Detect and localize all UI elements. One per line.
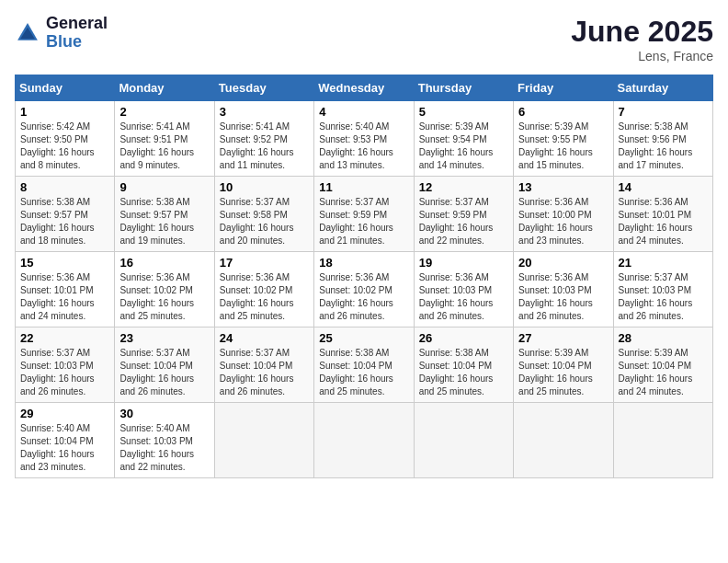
calendar-cell: 2Sunrise: 5:41 AM Sunset: 9:51 PM Daylig…: [115, 101, 214, 177]
day-info: Sunrise: 5:36 AM Sunset: 10:01 PM Daylig…: [619, 196, 708, 247]
logo-icon: [15, 20, 40, 46]
calendar-cell: 4Sunrise: 5:40 AM Sunset: 9:53 PM Daylig…: [314, 101, 414, 177]
day-number: 7: [619, 105, 708, 119]
weekday-header-monday: Monday: [115, 75, 214, 101]
weekday-header-saturday: Saturday: [613, 75, 712, 101]
day-number: 1: [20, 105, 109, 119]
month-title: June 2025: [571, 15, 713, 49]
day-number: 14: [619, 180, 708, 194]
calendar-cell: 11Sunrise: 5:37 AM Sunset: 9:59 PM Dayli…: [314, 177, 414, 252]
day-number: 8: [20, 180, 109, 194]
calendar-week-row: 1Sunrise: 5:42 AM Sunset: 9:50 PM Daylig…: [16, 101, 713, 177]
calendar-cell: 12Sunrise: 5:37 AM Sunset: 9:59 PM Dayli…: [414, 177, 513, 252]
day-info: Sunrise: 5:39 AM Sunset: 10:04 PM Daylig…: [619, 347, 708, 398]
day-info: Sunrise: 5:36 AM Sunset: 10:00 PM Daylig…: [518, 196, 608, 247]
calendar-cell: 7Sunrise: 5:38 AM Sunset: 9:56 PM Daylig…: [613, 101, 712, 177]
calendar-cell: 10Sunrise: 5:37 AM Sunset: 9:58 PM Dayli…: [214, 177, 313, 252]
day-info: Sunrise: 5:38 AM Sunset: 9:57 PM Dayligh…: [20, 196, 109, 247]
day-number: 29: [20, 407, 109, 420]
day-number: 27: [518, 331, 608, 345]
calendar-week-row: 29Sunrise: 5:40 AM Sunset: 10:04 PM Dayl…: [16, 403, 713, 478]
day-number: 2: [119, 105, 209, 119]
calendar-cell: 27Sunrise: 5:39 AM Sunset: 10:04 PM Dayl…: [514, 327, 613, 403]
day-info: Sunrise: 5:37 AM Sunset: 10:03 PM Daylig…: [619, 271, 708, 323]
calendar-cell: 15Sunrise: 5:36 AM Sunset: 10:01 PM Dayl…: [16, 252, 115, 327]
calendar-cell: [514, 403, 613, 478]
day-number: 4: [319, 105, 408, 119]
calendar-cell: 18Sunrise: 5:36 AM Sunset: 10:02 PM Dayl…: [314, 252, 414, 327]
day-info: Sunrise: 5:36 AM Sunset: 10:02 PM Daylig…: [119, 271, 209, 323]
day-number: 26: [419, 331, 508, 345]
day-number: 6: [518, 105, 608, 119]
weekday-header-friday: Friday: [514, 75, 613, 101]
day-number: 19: [419, 256, 508, 270]
calendar-cell: 14Sunrise: 5:36 AM Sunset: 10:01 PM Dayl…: [613, 177, 712, 252]
calendar-cell: 8Sunrise: 5:38 AM Sunset: 9:57 PM Daylig…: [16, 177, 115, 252]
day-number: 23: [119, 331, 209, 345]
calendar-cell: 23Sunrise: 5:37 AM Sunset: 10:04 PM Dayl…: [115, 327, 214, 403]
day-info: Sunrise: 5:37 AM Sunset: 10:04 PM Daylig…: [220, 347, 309, 398]
logo-blue: Blue: [46, 33, 108, 52]
calendar-cell: 1Sunrise: 5:42 AM Sunset: 9:50 PM Daylig…: [16, 101, 115, 177]
calendar-cell: 24Sunrise: 5:37 AM Sunset: 10:04 PM Dayl…: [214, 327, 313, 403]
calendar-week-row: 8Sunrise: 5:38 AM Sunset: 9:57 PM Daylig…: [16, 177, 713, 252]
day-info: Sunrise: 5:38 AM Sunset: 10:04 PM Daylig…: [419, 347, 508, 398]
calendar-cell: 26Sunrise: 5:38 AM Sunset: 10:04 PM Dayl…: [414, 327, 513, 403]
day-info: Sunrise: 5:37 AM Sunset: 9:59 PM Dayligh…: [419, 196, 508, 247]
day-number: 24: [220, 331, 309, 345]
title-section: June 2025 Lens, France: [571, 15, 713, 63]
day-number: 30: [119, 407, 209, 420]
day-number: 13: [518, 180, 608, 194]
calendar-cell: 19Sunrise: 5:36 AM Sunset: 10:03 PM Dayl…: [414, 252, 513, 327]
day-info: Sunrise: 5:38 AM Sunset: 9:56 PM Dayligh…: [619, 121, 708, 172]
day-info: Sunrise: 5:37 AM Sunset: 10:03 PM Daylig…: [20, 347, 109, 398]
calendar-cell: 21Sunrise: 5:37 AM Sunset: 10:03 PM Dayl…: [613, 252, 712, 327]
weekday-header-thursday: Thursday: [414, 75, 513, 101]
weekday-header-tuesday: Tuesday: [214, 75, 313, 101]
day-info: Sunrise: 5:37 AM Sunset: 9:58 PM Dayligh…: [220, 196, 309, 247]
day-number: 22: [20, 331, 109, 345]
day-info: Sunrise: 5:36 AM Sunset: 10:03 PM Daylig…: [518, 271, 608, 323]
day-number: 28: [619, 331, 708, 345]
day-number: 10: [220, 180, 309, 194]
weekday-header-wednesday: Wednesday: [314, 75, 414, 101]
day-info: Sunrise: 5:36 AM Sunset: 10:01 PM Daylig…: [20, 271, 109, 323]
logo-general: General: [46, 15, 108, 33]
day-number: 17: [220, 256, 309, 270]
day-number: 9: [119, 180, 209, 194]
day-number: 11: [319, 180, 408, 194]
day-number: 5: [419, 105, 508, 119]
day-info: Sunrise: 5:40 AM Sunset: 10:03 PM Daylig…: [119, 422, 209, 474]
calendar-cell: 22Sunrise: 5:37 AM Sunset: 10:03 PM Dayl…: [16, 327, 115, 403]
day-info: Sunrise: 5:37 AM Sunset: 9:59 PM Dayligh…: [319, 196, 408, 247]
day-info: Sunrise: 5:36 AM Sunset: 10:02 PM Daylig…: [319, 271, 408, 323]
day-number: 18: [319, 256, 408, 270]
day-number: 16: [119, 256, 209, 270]
calendar-cell: [314, 403, 414, 478]
calendar-cell: 5Sunrise: 5:39 AM Sunset: 9:54 PM Daylig…: [414, 101, 513, 177]
day-number: 25: [319, 331, 408, 345]
day-info: Sunrise: 5:39 AM Sunset: 10:04 PM Daylig…: [518, 347, 608, 398]
calendar-cell: [214, 403, 313, 478]
calendar-table: SundayMondayTuesdayWednesdayThursdayFrid…: [15, 75, 713, 478]
day-info: Sunrise: 5:38 AM Sunset: 9:57 PM Dayligh…: [119, 196, 209, 247]
calendar-cell: 25Sunrise: 5:38 AM Sunset: 10:04 PM Dayl…: [314, 327, 414, 403]
logo-text: General Blue: [46, 15, 108, 52]
calendar-cell: [613, 403, 712, 478]
calendar-cell: 17Sunrise: 5:36 AM Sunset: 10:02 PM Dayl…: [214, 252, 313, 327]
day-info: Sunrise: 5:36 AM Sunset: 10:03 PM Daylig…: [419, 271, 508, 323]
day-info: Sunrise: 5:39 AM Sunset: 9:55 PM Dayligh…: [518, 121, 608, 172]
day-info: Sunrise: 5:41 AM Sunset: 9:52 PM Dayligh…: [220, 121, 309, 172]
logo: General Blue: [15, 15, 108, 52]
page-header: General Blue June 2025 Lens, France: [15, 15, 713, 63]
day-number: 15: [20, 256, 109, 270]
calendar-cell: [414, 403, 513, 478]
calendar-week-row: 22Sunrise: 5:37 AM Sunset: 10:03 PM Dayl…: [16, 327, 713, 403]
calendar-cell: 30Sunrise: 5:40 AM Sunset: 10:03 PM Dayl…: [115, 403, 214, 478]
day-info: Sunrise: 5:42 AM Sunset: 9:50 PM Dayligh…: [20, 121, 109, 172]
calendar-week-row: 15Sunrise: 5:36 AM Sunset: 10:01 PM Dayl…: [16, 252, 713, 327]
day-number: 12: [419, 180, 508, 194]
calendar-cell: 6Sunrise: 5:39 AM Sunset: 9:55 PM Daylig…: [514, 101, 613, 177]
calendar-cell: 3Sunrise: 5:41 AM Sunset: 9:52 PM Daylig…: [214, 101, 313, 177]
day-number: 21: [619, 256, 708, 270]
